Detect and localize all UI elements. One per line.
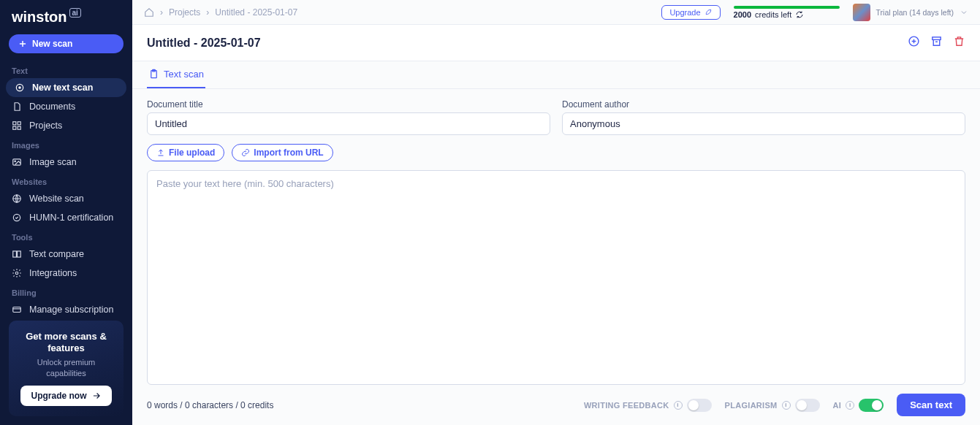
svg-point-1 (19, 87, 20, 88)
svg-rect-3 (18, 122, 20, 125)
upload-icon (156, 148, 165, 157)
archive-button[interactable] (930, 35, 943, 50)
new-scan-label: New scan (32, 39, 72, 49)
title-input[interactable] (147, 112, 550, 135)
arrow-right-icon (91, 391, 102, 401)
nav-label: Manage subscription (29, 305, 113, 315)
info-icon[interactable]: i (846, 401, 854, 410)
home-icon[interactable] (144, 7, 154, 18)
nav-label: Text compare (29, 249, 84, 259)
info-icon[interactable]: i (674, 401, 683, 410)
promo-subtitle: Unlock premium capabilities (18, 357, 115, 378)
titlebar: Untitled - 2025-01-07 (132, 25, 980, 61)
ai-switch[interactable] (859, 399, 884, 412)
grid-icon (12, 120, 22, 131)
sidebar-item-new-text-scan[interactable]: New text scan (6, 78, 126, 97)
nav-label: Website scan (29, 194, 84, 204)
breadcrumb-projects[interactable]: Projects (169, 7, 200, 18)
title-label: Document title (147, 99, 550, 110)
card-icon (12, 305, 22, 315)
content: Document title Document author File uplo… (132, 89, 980, 385)
svg-rect-15 (932, 37, 941, 40)
delete-button[interactable] (953, 35, 965, 50)
document-title: Untitled - 2025-01-07 (147, 37, 261, 50)
link-icon (241, 148, 250, 157)
target-icon (15, 83, 25, 93)
trash-icon (953, 35, 965, 47)
upgrade-now-button[interactable]: Upgrade now (20, 386, 111, 406)
logo[interactable]: winston ai (0, 9, 132, 34)
section-websites: Websites (0, 172, 132, 189)
sidebar-item-integrations[interactable]: Integrations (0, 264, 132, 283)
plus-circle-icon (908, 35, 920, 47)
logo-suffix: ai (69, 8, 81, 18)
globe-icon (12, 194, 22, 204)
new-scan-button[interactable]: New scan (9, 34, 124, 53)
sidebar-item-text-compare[interactable]: Text compare (0, 245, 132, 264)
add-button[interactable] (908, 35, 920, 50)
file-upload-button[interactable]: File upload (147, 144, 224, 161)
sidebar-item-website-scan[interactable]: Website scan (0, 189, 132, 208)
nav-label: HUMN-1 certification (29, 212, 113, 223)
field-author: Document author (562, 99, 965, 135)
author-label: Document author (562, 99, 965, 110)
sidebar-item-documents[interactable]: Documents (0, 97, 132, 116)
tabs: Text scan (132, 61, 980, 89)
breadcrumb-current: Untitled - 2025-01-07 (215, 7, 297, 18)
info-icon[interactable]: i (782, 401, 791, 410)
sidebar: winston ai New scan Text New text scan D… (0, 0, 132, 425)
upgrade-button[interactable]: Upgrade (661, 5, 720, 20)
text-input[interactable] (147, 170, 965, 385)
field-title: Document title (147, 99, 550, 135)
credit-bar (734, 6, 840, 9)
plagiarism-switch[interactable] (795, 399, 820, 412)
nav-label: New text scan (32, 83, 93, 93)
chevron-down-icon[interactable] (960, 8, 968, 17)
import-url-label: Import from URL (254, 148, 323, 158)
credits-number: 2000 (734, 10, 751, 19)
compare-icon (12, 249, 22, 259)
toggle-ai: AI i (833, 399, 884, 412)
svg-rect-5 (18, 126, 20, 129)
toggle-plagiarism: PLAGIARISM i (725, 399, 820, 412)
upgrade-label: Upgrade (669, 8, 700, 17)
svg-rect-2 (13, 122, 16, 125)
section-tools: Tools (0, 227, 132, 245)
sidebar-item-humn1[interactable]: HUMN-1 certification (0, 208, 132, 227)
svg-rect-11 (18, 251, 21, 257)
avatar[interactable] (853, 4, 870, 21)
main: › Projects › Untitled - 2025-01-07 Upgra… (132, 0, 980, 425)
svg-rect-4 (13, 126, 16, 129)
refresh-icon[interactable] (795, 10, 804, 19)
nav-label: Integrations (29, 268, 77, 278)
svg-rect-10 (13, 251, 17, 257)
plus-icon (18, 39, 28, 49)
credits-area: 2000 credits left (734, 6, 840, 19)
nav-label: Image scan (29, 157, 77, 167)
trial-plan-text: Trial plan (14 days left) (876, 8, 954, 17)
scan-text-button[interactable]: Scan text (897, 394, 965, 416)
toggle-writing-feedback: WRITING FEEDBACK i (584, 399, 712, 412)
logo-text: winston (12, 9, 67, 26)
section-billing: Billing (0, 283, 132, 300)
breadcrumb: › Projects › Untitled - 2025-01-07 (144, 7, 297, 18)
section-images: Images (0, 135, 132, 153)
svg-rect-13 (13, 307, 21, 313)
writing-switch[interactable] (687, 399, 712, 412)
author-input[interactable] (562, 112, 965, 135)
nav-label: Documents (29, 102, 75, 112)
promo-title: Get more scans & features (18, 331, 115, 355)
import-url-button[interactable]: Import from URL (232, 144, 333, 161)
plagiarism-label: PLAGIARISM (725, 401, 778, 410)
sidebar-item-image-scan[interactable]: Image scan (0, 153, 132, 172)
sidebar-item-manage-subscription[interactable]: Manage subscription (0, 300, 132, 319)
sidebar-item-projects[interactable]: Projects (0, 116, 132, 135)
nav-label: Projects (29, 120, 62, 131)
badge-icon (12, 212, 22, 223)
tab-text-scan[interactable]: Text scan (147, 61, 205, 88)
writing-label: WRITING FEEDBACK (584, 401, 669, 410)
topbar: › Projects › Untitled - 2025-01-07 Upgra… (132, 0, 980, 25)
document-icon (12, 102, 22, 112)
ai-label: AI (833, 401, 842, 410)
svg-point-7 (15, 161, 16, 162)
